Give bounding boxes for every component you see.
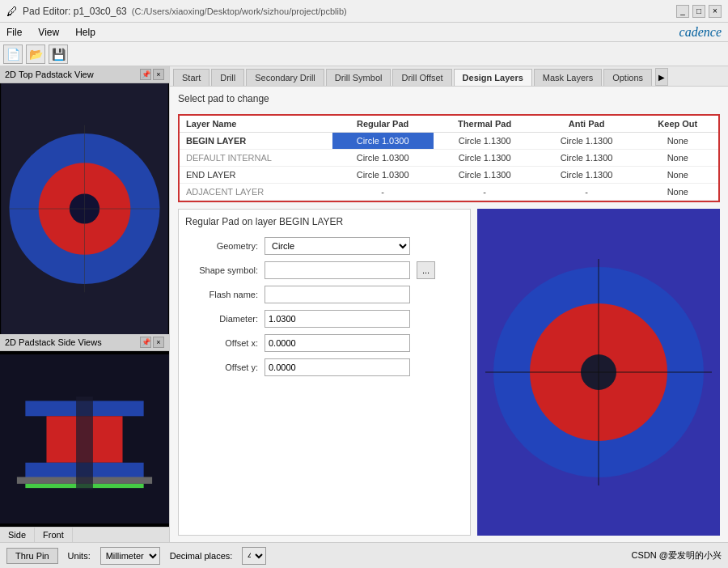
diameter-label: Diameter: bbox=[185, 314, 258, 324]
tab-bar: Start Drill Secondary Drill Drill Symbol… bbox=[170, 66, 728, 87]
side-view-title: 2D Padstack Side Views 📌 × bbox=[0, 334, 169, 351]
geometry-label: Geometry: bbox=[185, 241, 258, 251]
maximize-button[interactable]: □ bbox=[692, 5, 705, 18]
pin-type-button[interactable]: Thru Pin bbox=[6, 548, 58, 564]
top-view-title: 2D Top Padstack View 📌 × bbox=[0, 66, 169, 83]
tab-options[interactable]: Options bbox=[603, 69, 652, 86]
default-anti-pad[interactable]: Circle 1.1300 bbox=[536, 150, 637, 167]
default-keepout: None bbox=[637, 150, 718, 167]
begin-layer-name: BEGIN LAYER bbox=[180, 133, 332, 150]
new-button[interactable]: 📄 bbox=[3, 45, 23, 64]
svg-rect-12 bbox=[76, 396, 93, 490]
tab-design-layers[interactable]: Design Layers bbox=[454, 69, 532, 86]
offset-x-input[interactable] bbox=[265, 334, 410, 352]
flash-name-label: Flash name: bbox=[185, 290, 258, 299]
offset-y-input[interactable] bbox=[265, 358, 410, 376]
window-controls: _ □ × bbox=[676, 5, 722, 18]
title-text: Pad Editor: p1_03c0_63 bbox=[23, 6, 127, 17]
col-layer-name: Layer Name bbox=[180, 116, 332, 133]
top-pad-view bbox=[0, 83, 169, 334]
adjacent-layer-name: ADJACENT LAYER bbox=[180, 184, 332, 201]
tab-front[interactable]: Front bbox=[35, 528, 73, 542]
end-anti-pad[interactable]: Circle 1.1300 bbox=[536, 167, 637, 184]
preview-area bbox=[477, 209, 720, 536]
default-layer-name: DEFAULT INTERNAL bbox=[180, 150, 332, 167]
statusbar: Thru Pin Units: Millimeter Inch Mil Deci… bbox=[0, 542, 728, 568]
select-pad-label: Select pad to change bbox=[178, 93, 720, 104]
toolbar: 📄 📂 💾 bbox=[0, 42, 728, 66]
menubar: File View Help cadence bbox=[0, 23, 728, 42]
units-select[interactable]: Millimeter Inch Mil bbox=[100, 547, 160, 565]
side-pad-view bbox=[0, 351, 169, 527]
begin-thermal-pad[interactable]: Circle 1.1300 bbox=[434, 133, 536, 150]
tab-drill[interactable]: Drill bbox=[211, 69, 244, 86]
menu-help[interactable]: Help bbox=[72, 25, 99, 40]
col-anti-pad: Anti Pad bbox=[536, 116, 637, 133]
begin-anti-pad[interactable]: Circle 1.1300 bbox=[536, 133, 637, 150]
offset-x-row: Offset x: bbox=[185, 334, 463, 352]
adjacent-keepout: None bbox=[637, 184, 718, 201]
open-button[interactable]: 📂 bbox=[26, 45, 45, 64]
geometry-select[interactable]: Circle bbox=[265, 237, 410, 255]
tab-drill-offset[interactable]: Drill Offset bbox=[392, 69, 451, 86]
adjacent-anti-pad[interactable]: - bbox=[536, 184, 637, 201]
tab-drill-symbol[interactable]: Drill Symbol bbox=[326, 69, 392, 86]
tab-mask-layers[interactable]: Mask Layers bbox=[534, 69, 602, 86]
tab-secondary-drill[interactable]: Secondary Drill bbox=[246, 69, 324, 86]
table-row[interactable]: ADJACENT LAYER - - - None bbox=[180, 184, 718, 201]
table-row[interactable]: BEGIN LAYER Circle 1.0300 Circle 1.1300 … bbox=[180, 133, 718, 150]
layer-table-wrapper: Layer Name Regular Pad Thermal Pad Anti … bbox=[178, 114, 720, 202]
left-bottom-tabs: Side Front bbox=[0, 527, 169, 542]
top-pad-svg bbox=[0, 83, 169, 334]
col-regular-pad: Regular Pad bbox=[332, 116, 434, 133]
preview-svg bbox=[485, 259, 712, 485]
tab-side[interactable]: Side bbox=[0, 528, 35, 542]
begin-keepout: None bbox=[637, 133, 718, 150]
side-pad-svg bbox=[0, 351, 169, 527]
end-regular-pad[interactable]: Circle 1.0300 bbox=[332, 167, 434, 184]
flash-name-input[interactable] bbox=[265, 286, 410, 303]
save-button[interactable]: 💾 bbox=[49, 45, 68, 64]
offset-x-label: Offset x: bbox=[185, 338, 258, 348]
side-view-close[interactable]: × bbox=[153, 337, 164, 348]
end-keepout: None bbox=[637, 167, 718, 184]
tab-start[interactable]: Start bbox=[173, 69, 210, 86]
table-row[interactable]: DEFAULT INTERNAL Circle 1.0300 Circle 1.… bbox=[180, 150, 718, 167]
cadence-logo: cadence bbox=[676, 23, 725, 41]
diameter-input[interactable] bbox=[265, 310, 410, 328]
offset-y-label: Offset y: bbox=[185, 362, 258, 372]
menu-file[interactable]: File bbox=[3, 25, 25, 40]
watermark: CSDN @爱发明的小兴 bbox=[632, 549, 722, 562]
end-thermal-pad[interactable]: Circle 1.1300 bbox=[434, 167, 536, 184]
top-view-close[interactable]: × bbox=[153, 69, 164, 80]
titlebar: 🖊 Pad Editor: p1_03c0_63 (C:/Users/xiaox… bbox=[0, 0, 728, 23]
decimal-select[interactable]: 4 2 3 5 bbox=[242, 547, 266, 565]
minimize-button[interactable]: _ bbox=[676, 5, 689, 18]
title-path: (C:/Users/xiaoxing/Desktop/work/sizhou/p… bbox=[132, 6, 347, 16]
bottom-section: Regular Pad on layer BEGIN LAYER Geometr… bbox=[178, 209, 720, 536]
end-layer-name: END LAYER bbox=[180, 167, 332, 184]
col-thermal-pad: Thermal Pad bbox=[434, 116, 536, 133]
menu-view[interactable]: View bbox=[35, 25, 62, 40]
content-area: Select pad to change Layer Name Regular … bbox=[170, 87, 728, 542]
left-panel: 2D Top Padstack View 📌 × bbox=[0, 66, 170, 542]
col-keepout: Keep Out bbox=[637, 116, 718, 133]
form-area: Regular Pad on layer BEGIN LAYER Geometr… bbox=[178, 209, 471, 536]
top-view-pin[interactable]: 📌 bbox=[140, 69, 151, 80]
adjacent-thermal-pad[interactable]: - bbox=[434, 184, 536, 201]
table-row[interactable]: END LAYER Circle 1.0300 Circle 1.1300 Ci… bbox=[180, 167, 718, 184]
decimal-label: Decimal places: bbox=[170, 551, 233, 561]
right-panel: Start Drill Secondary Drill Drill Symbol… bbox=[170, 66, 728, 542]
default-thermal-pad[interactable]: Circle 1.1300 bbox=[434, 150, 536, 167]
tab-scroll-right[interactable]: ▶ bbox=[655, 68, 668, 86]
shape-symbol-input[interactable] bbox=[265, 261, 410, 279]
main-layout: 2D Top Padstack View 📌 × bbox=[0, 66, 728, 542]
side-view-pin[interactable]: 📌 bbox=[140, 337, 151, 348]
flash-name-row: Flash name: bbox=[185, 286, 463, 303]
adjacent-regular-pad[interactable]: - bbox=[332, 184, 434, 201]
diameter-row: Diameter: bbox=[185, 310, 463, 328]
begin-regular-pad[interactable]: Circle 1.0300 bbox=[332, 133, 434, 150]
default-regular-pad[interactable]: Circle 1.0300 bbox=[332, 150, 434, 167]
browse-button[interactable]: ... bbox=[417, 261, 435, 279]
close-button[interactable]: × bbox=[709, 5, 722, 18]
